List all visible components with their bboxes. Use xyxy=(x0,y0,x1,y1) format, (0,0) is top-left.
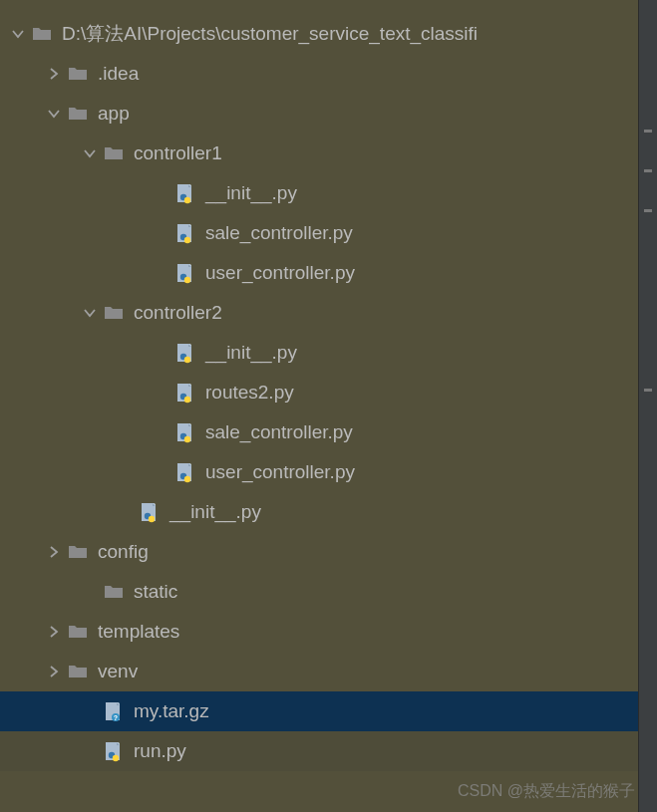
tree-root[interactable]: D:\算法AI\Projects\customer_service_text_c… xyxy=(0,14,638,54)
tree-item-label: user_controller.py xyxy=(205,461,355,483)
folder-icon xyxy=(66,660,90,683)
chevron-placeholder xyxy=(150,381,173,405)
python-file-icon xyxy=(102,739,126,763)
python-file-icon xyxy=(138,500,162,524)
archive-file-icon xyxy=(102,699,126,723)
python-file-icon xyxy=(173,181,197,205)
folder-icon xyxy=(102,141,126,165)
chevron-down-icon[interactable] xyxy=(78,301,102,325)
python-file-icon xyxy=(173,381,197,405)
tree-item[interactable]: sale_controller.py xyxy=(0,213,638,253)
tree-item[interactable]: config xyxy=(0,532,638,572)
chevron-right-icon[interactable] xyxy=(42,620,66,644)
tree-item-label: __init__.py xyxy=(205,182,297,204)
tree-item-label: __init__.py xyxy=(205,342,297,364)
folder-icon xyxy=(102,301,126,325)
chevron-placeholder xyxy=(78,699,102,723)
tree-item[interactable]: __init__.py xyxy=(0,492,638,532)
tree-item-label: .idea xyxy=(98,63,139,85)
python-file-icon xyxy=(173,460,197,484)
tree-item-label: static xyxy=(134,581,177,603)
chevron-placeholder xyxy=(150,341,173,365)
chevron-placeholder xyxy=(78,580,102,604)
tree-item-label: __init__.py xyxy=(169,501,261,523)
chevron-down-icon[interactable] xyxy=(6,22,30,46)
chevron-right-icon[interactable] xyxy=(42,62,66,86)
folder-icon xyxy=(66,102,90,126)
chevron-placeholder xyxy=(150,460,173,484)
chevron-placeholder xyxy=(150,261,173,285)
tree-item[interactable]: run.py xyxy=(0,731,638,771)
tree-item-label: app xyxy=(98,103,130,125)
python-file-icon xyxy=(173,261,197,285)
tree-item-label: routes2.py xyxy=(205,382,294,404)
tree-item[interactable]: user_controller.py xyxy=(0,253,638,293)
tree-item[interactable]: venv xyxy=(0,652,638,691)
tree-item[interactable]: app xyxy=(0,94,638,134)
tree-item-label: controller1 xyxy=(134,142,222,164)
chevron-placeholder xyxy=(114,500,138,524)
tree-item[interactable]: .idea xyxy=(0,54,638,94)
tree-item[interactable]: __init__.py xyxy=(0,333,638,373)
folder-icon xyxy=(30,22,54,46)
chevron-right-icon[interactable] xyxy=(42,660,66,683)
tree-item[interactable]: static xyxy=(0,572,638,612)
folder-icon xyxy=(66,62,90,86)
tree-item-label: my.tar.gz xyxy=(134,700,209,722)
tree-root-label: D:\算法AI\Projects\customer_service_text_c… xyxy=(62,21,478,47)
python-file-icon xyxy=(173,420,197,444)
tree-item[interactable]: controller2 xyxy=(0,293,638,333)
watermark: CSDN @热爱生活的猴子 xyxy=(458,781,635,802)
tree-item[interactable]: templates xyxy=(0,612,638,652)
folder-icon xyxy=(102,580,126,604)
folder-icon xyxy=(66,540,90,564)
tree-item[interactable]: controller1 xyxy=(0,134,638,173)
chevron-down-icon[interactable] xyxy=(78,141,102,165)
folder-icon xyxy=(66,620,90,644)
tree-item-label: templates xyxy=(98,621,179,643)
python-file-icon xyxy=(173,341,197,365)
chevron-placeholder xyxy=(150,181,173,205)
chevron-down-icon[interactable] xyxy=(42,102,66,126)
tree-item[interactable]: __init__.py xyxy=(0,173,638,213)
tree-item-label: controller2 xyxy=(134,302,222,324)
tree-item-label: sale_controller.py xyxy=(205,222,353,244)
editor-gutter xyxy=(638,0,657,812)
tree-item-label: sale_controller.py xyxy=(205,421,353,443)
tree-item[interactable]: my.tar.gz xyxy=(0,691,657,731)
python-file-icon xyxy=(173,221,197,245)
tree-item-label: venv xyxy=(98,661,138,682)
project-tree: D:\算法AI\Projects\customer_service_text_c… xyxy=(0,0,638,812)
tree-item[interactable]: user_controller.py xyxy=(0,452,638,492)
chevron-right-icon[interactable] xyxy=(42,540,66,564)
tree-item[interactable]: sale_controller.py xyxy=(0,412,638,452)
tree-item-label: config xyxy=(98,541,149,563)
chevron-placeholder xyxy=(150,221,173,245)
chevron-placeholder xyxy=(150,420,173,444)
chevron-placeholder xyxy=(78,739,102,763)
tree-item[interactable]: routes2.py xyxy=(0,373,638,412)
tree-item-label: run.py xyxy=(134,740,186,762)
tree-item-label: user_controller.py xyxy=(205,262,355,284)
